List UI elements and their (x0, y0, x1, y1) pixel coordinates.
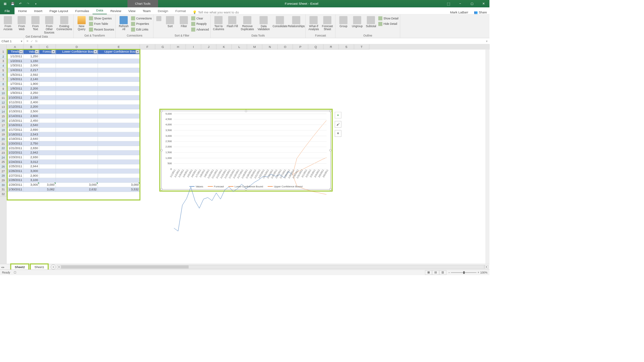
select-all-corner[interactable] (0, 44, 7, 49)
col-header[interactable]: M (247, 44, 262, 49)
existing-connections-button[interactable]: Existing Connections (57, 15, 72, 31)
col-header[interactable]: G (155, 44, 171, 49)
tab-formulas[interactable]: Formulas (72, 7, 93, 14)
clear-button[interactable]: Clear (191, 15, 209, 21)
consolidate-button[interactable]: Consolidate (272, 15, 288, 28)
col-header[interactable]: H (170, 44, 186, 49)
col-header[interactable]: R (323, 44, 339, 49)
horizontal-scrollbar[interactable]: ◂▸ (56, 265, 489, 269)
tab-home[interactable]: Home (14, 7, 31, 14)
edit-links-button[interactable]: Edit Links (131, 27, 152, 33)
from-access-button[interactable]: From Access (2, 15, 14, 31)
name-box[interactable]: Chart 1▾ (0, 38, 24, 44)
close-button[interactable]: ✕ (478, 0, 489, 7)
view-normal[interactable]: ▦ (425, 270, 432, 275)
chart-styles-button[interactable]: 🖌 (335, 121, 341, 128)
plot-area[interactable]: 05001,0001,5002,0002,5003,0003,5004,0004… (174, 114, 326, 169)
tab-format[interactable]: Format (172, 7, 190, 14)
row-header[interactable]: 27 (0, 169, 7, 174)
row-header[interactable]: 18 (0, 128, 7, 132)
undo-icon[interactable]: ↶ (17, 1, 23, 7)
resize-handle[interactable] (161, 110, 163, 112)
group-button[interactable]: Group (337, 15, 350, 28)
account-name[interactable]: Mark LaBarr (447, 10, 472, 14)
relationships-button[interactable]: Relationships (289, 15, 304, 28)
properties-button[interactable]: Properties (131, 21, 152, 27)
row-header[interactable]: 10 (0, 91, 7, 96)
share-button[interactable]: 👥 Share (471, 11, 489, 14)
row-header[interactable]: 3 (0, 59, 7, 64)
row-header[interactable]: 21 (0, 141, 7, 146)
sort-button[interactable]: Sort (164, 15, 176, 28)
row-header[interactable]: 16 (0, 118, 7, 123)
vertical-scrollbar[interactable] (485, 49, 489, 264)
flash-fill-button[interactable]: Flash Fill (226, 15, 239, 28)
text-to-columns-button[interactable]: Text to Columns (212, 15, 225, 31)
from-table-button[interactable]: From Table (89, 21, 114, 27)
row-header[interactable]: 13 (0, 105, 7, 109)
row-header[interactable]: 14 (0, 109, 7, 114)
row-header[interactable]: 12 (0, 100, 7, 105)
tab-review[interactable]: Review (107, 7, 125, 14)
resize-handle[interactable] (329, 149, 331, 151)
tab-team[interactable]: Team (139, 7, 154, 14)
row-header[interactable]: 11 (0, 96, 7, 100)
view-page-break[interactable]: ▥ (439, 270, 446, 275)
tab-view[interactable]: View (125, 7, 139, 14)
refresh-all-button[interactable]: Refresh All (117, 15, 130, 31)
hide-detail-button[interactable]: Hide Detail (378, 21, 398, 27)
row-header[interactable]: 2 (0, 54, 7, 59)
row-header[interactable]: 26 (0, 164, 7, 169)
chart-legend[interactable]: ValuesForecastLower Confidence BoundUppe… (162, 185, 330, 188)
data-validation-button[interactable]: Data Validation (256, 15, 271, 31)
from-web-button[interactable]: From Web (15, 15, 28, 31)
show-queries-button[interactable]: Show Queries (89, 15, 114, 21)
col-header[interactable]: J (201, 44, 217, 49)
resize-handle[interactable] (329, 188, 331, 190)
view-page-layout[interactable]: ▤ (432, 270, 439, 275)
row-header[interactable]: 6 (0, 73, 7, 77)
connections-button[interactable]: Connections (131, 15, 152, 21)
chart-filter-button[interactable]: ▼ (335, 130, 341, 137)
advanced-button[interactable]: Advanced (191, 27, 209, 33)
tell-me-input[interactable]: 💡 Tell me what you want to do (190, 10, 242, 14)
macro-record-icon[interactable]: ▢ (14, 271, 16, 274)
chevron-down-icon[interactable]: ▾ (21, 39, 22, 43)
show-detail-button[interactable]: Show Detail (378, 15, 398, 21)
col-header[interactable]: P (293, 44, 308, 49)
col-header[interactable]: F (140, 44, 155, 49)
zoom-slider[interactable] (451, 272, 477, 273)
tab-design[interactable]: Design (154, 7, 172, 14)
row-header[interactable]: 31 (0, 187, 7, 192)
col-header[interactable]: L (232, 44, 247, 49)
col-header[interactable]: I (186, 44, 201, 49)
what-if-analysis-button[interactable]: What-If Analysis (307, 15, 320, 31)
row-header[interactable]: 9 (0, 86, 7, 91)
row-header[interactable]: 24 (0, 155, 7, 160)
new-query-button[interactable]: New Query (75, 15, 88, 31)
reapply-button[interactable]: Reapply (191, 21, 209, 27)
row-header[interactable]: 32 (0, 192, 7, 196)
remove-duplicates-button[interactable]: Remove Duplicates (240, 15, 255, 31)
legend-item[interactable]: Forecast (208, 185, 224, 188)
confirm-edit-icon[interactable]: ✓ (31, 39, 33, 43)
subtotal-button[interactable]: Subtotal (365, 15, 377, 28)
row-header[interactable]: 20 (0, 137, 7, 141)
row-header[interactable]: 17 (0, 123, 7, 128)
row-header[interactable]: 25 (0, 160, 7, 165)
ribbon-options-icon[interactable]: ⬚ (442, 0, 454, 7)
tab-insert[interactable]: Insert (31, 7, 46, 14)
expand-formula-bar-icon[interactable]: ▾ (484, 39, 489, 43)
recent-sources-button[interactable]: Recent Sources (89, 27, 114, 33)
row-header[interactable]: 29 (0, 178, 7, 183)
zoom-in-button[interactable]: + (478, 271, 479, 274)
row-header[interactable]: 28 (0, 174, 7, 178)
chart-series-line[interactable] (292, 120, 326, 175)
ungroup-button[interactable]: Ungroup (351, 15, 364, 28)
legend-item[interactable]: Lower Confidence Bound (228, 185, 263, 188)
col-header[interactable]: O (278, 44, 293, 49)
row-header[interactable]: 22 (0, 146, 7, 150)
col-header[interactable]: T (354, 44, 370, 49)
row-header[interactable]: 15 (0, 114, 7, 119)
cancel-edit-icon[interactable]: ✕ (26, 39, 29, 43)
